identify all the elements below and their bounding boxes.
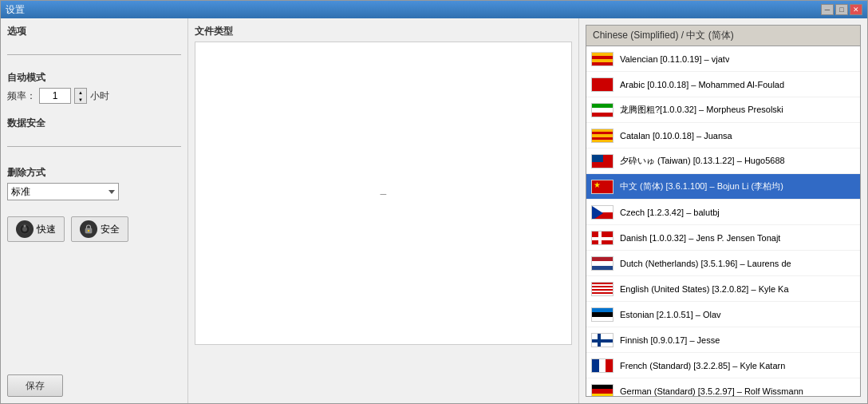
language-header: Chinese (Simplified) / 中文 (简体) <box>586 25 861 46</box>
flag-icon <box>591 231 614 245</box>
language-name: German (Standard) [3.5.2.97] – Rolf Wiss… <box>620 386 803 396</box>
list-item[interactable]: Czech [1.2.3.42] – balutbj <box>586 200 860 225</box>
left-panel: 选项 自动模式 频率： ▲ ▼ 小时 数据安全 <box>1 18 188 403</box>
list-item[interactable]: German (Standard) [3.5.2.97] – Rolf Wiss… <box>586 378 860 397</box>
list-item[interactable]: 中文 (简体) [3.6.1.100] – Bojun Li (李柏均) <box>586 174 860 200</box>
list-item[interactable]: Valencian [0.11.0.19] – vjatv <box>586 46 860 72</box>
right-panel: Chinese (Simplified) / 中文 (简体) Valencian… <box>579 18 867 403</box>
list-item[interactable]: Arabic [0.10.0.18] – Mohammed Al-Foulad <box>586 72 860 97</box>
dash-placeholder: – <box>195 42 571 344</box>
flag-icon <box>591 77 614 92</box>
action-buttons: 快速 安全 <box>7 216 181 242</box>
language-name: 中文 (简体) [3.6.1.100] – Bojun Li (李柏均) <box>620 180 783 192</box>
flag-icon <box>591 129 614 143</box>
flag-icon <box>591 103 614 117</box>
language-name: Danish [1.0.0.32] – Jens P. Jensen Tonaj… <box>620 233 780 243</box>
divider-2 <box>7 146 181 147</box>
language-name: Finnish [0.9.0.17] – Jesse <box>620 335 720 345</box>
window-body: 选项 自动模式 频率： ▲ ▼ 小时 数据安全 <box>1 18 867 403</box>
divider-1 <box>7 54 181 55</box>
language-name: French (Standard) [3.2.2.85] – Kyle Kata… <box>620 361 785 370</box>
minimize-button[interactable]: ─ <box>821 4 834 15</box>
safe-button[interactable]: 安全 <box>71 216 128 242</box>
flag-icon <box>591 180 614 194</box>
auto-mode-label: 自动模式 <box>7 71 181 85</box>
delete-method-label: 删除方式 <box>7 166 181 180</box>
list-item[interactable]: Estonian [2.1.0.51] – Olav <box>586 302 860 327</box>
save-section: 保存 <box>7 368 181 397</box>
frequency-label: 频率： <box>7 89 36 103</box>
flag-icon <box>591 333 614 347</box>
close-button[interactable]: ✕ <box>850 4 862 15</box>
frequency-unit: 小时 <box>90 89 109 103</box>
list-item[interactable]: English (United States) [3.2.0.82] – Kyl… <box>586 276 860 302</box>
spin-up[interactable]: ▲ <box>75 89 86 96</box>
fast-icon <box>16 220 34 238</box>
safe-icon <box>80 220 97 238</box>
frequency-row: 频率： ▲ ▼ 小时 <box>7 88 181 104</box>
list-item[interactable]: Dutch (Netherlands) [3.5.1.96] – Laurens… <box>586 251 860 276</box>
language-list[interactable]: Valencian [0.11.0.19] – vjatvArabic [0.1… <box>586 46 861 397</box>
options-section: 选项 <box>7 25 181 42</box>
frequency-input[interactable] <box>39 88 71 104</box>
list-item[interactable]: Catalan [0.10.0.18] – Juansa <box>586 123 860 149</box>
svg-point-2 <box>24 225 26 228</box>
list-item[interactable]: Danish [1.0.0.32] – Jens P. Jensen Tonaj… <box>586 225 860 251</box>
flag-icon <box>591 256 614 271</box>
title-bar: 设置 ─ □ ✕ <box>1 1 867 18</box>
svg-rect-4 <box>88 230 89 232</box>
language-name: Arabic [0.10.0.18] – Mohammed Al-Foulad <box>620 80 784 89</box>
middle-panel: 文件类型 – <box>188 18 579 403</box>
language-name: 龙腾图粗?[1.0.0.32] – Morpheus Presolski <box>620 104 783 116</box>
flag-icon <box>591 307 614 322</box>
frequency-spinner[interactable]: ▲ ▼ <box>74 88 87 104</box>
spin-down[interactable]: ▼ <box>75 96 86 103</box>
window-controls: ─ □ ✕ <box>821 4 862 15</box>
save-button[interactable]: 保存 <box>7 374 63 397</box>
svg-point-1 <box>22 227 27 232</box>
language-name: Czech [1.2.3.42] – balutbj <box>620 208 720 217</box>
language-name: Dutch (Netherlands) [3.5.1.96] – Laurens… <box>620 259 791 268</box>
flag-icon <box>591 358 614 373</box>
list-item[interactable]: French (Standard) [3.2.2.85] – Kyle Kata… <box>586 353 860 378</box>
list-item[interactable]: 龙腾图粗?[1.0.0.32] – Morpheus Presolski <box>586 97 860 123</box>
flag-icon <box>591 154 614 168</box>
delete-section: 删除方式 标准 <box>7 166 181 200</box>
dropdown-arrow-icon <box>108 190 115 194</box>
options-label: 选项 <box>7 25 181 38</box>
language-name: Valencian [0.11.0.19] – vjatv <box>620 54 729 64</box>
flag-icon <box>591 52 614 66</box>
delete-method-value: 标准 <box>11 185 30 199</box>
list-item[interactable]: 夕砕いゅ (Taiwan) [0.13.1.22] – Hugo5688 <box>586 149 860 174</box>
file-type-label: 文件类型 <box>195 25 572 38</box>
language-name: Catalan [0.10.0.18] – Juansa <box>620 131 732 141</box>
delete-method-dropdown[interactable]: 标准 <box>7 183 119 200</box>
flag-icon <box>591 384 614 398</box>
main-window: 设置 ─ □ ✕ 选项 自动模式 频率： ▲ ▼ <box>0 0 868 404</box>
safe-label: 安全 <box>101 223 120 236</box>
language-name: 夕砕いゅ (Taiwan) [0.13.1.22] – Hugo5688 <box>620 155 785 167</box>
fast-label: 快速 <box>37 223 56 236</box>
list-item[interactable]: Finnish [0.9.0.17] – Jesse <box>586 327 860 353</box>
flag-icon <box>591 205 614 220</box>
file-type-area: – <box>195 42 572 345</box>
data-security-label: 数据安全 <box>7 117 181 130</box>
maximize-button[interactable]: □ <box>835 4 848 15</box>
data-security-section: 数据安全 <box>7 117 181 133</box>
window-title: 设置 <box>6 3 25 17</box>
language-name: English (United States) [3.2.0.82] – Kyl… <box>620 284 789 294</box>
auto-mode-section: 自动模式 频率： ▲ ▼ 小时 <box>7 71 181 104</box>
fast-button[interactable]: 快速 <box>7 216 65 242</box>
flag-icon <box>591 282 614 296</box>
language-name: Estonian [2.1.0.51] – Olav <box>620 310 721 319</box>
